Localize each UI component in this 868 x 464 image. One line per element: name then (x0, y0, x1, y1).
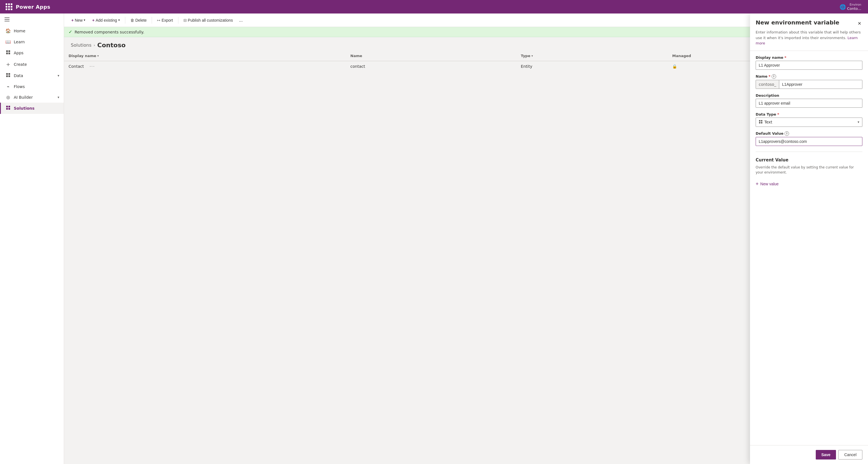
ai-builder-chevron-icon: ▾ (58, 95, 59, 99)
svg-rect-8 (6, 106, 8, 108)
col-name-label: Name (350, 54, 362, 58)
app-title: Power Apps (16, 4, 50, 10)
sidebar-item-ai-builder[interactable]: ◎ AI Builder ▾ (0, 92, 64, 103)
section-divider (756, 151, 862, 152)
publish-icon: ⊟ (183, 18, 187, 23)
top-header: Power Apps 🌐 Environ Conto... (0, 0, 868, 13)
breadcrumb-parent[interactable]: Solutions (71, 42, 92, 48)
new-value-button[interactable]: + New value (756, 179, 862, 189)
panel-body: Display name * Name * i contoso_ (750, 51, 868, 445)
display-name-input[interactable] (756, 61, 862, 70)
more-dots-icon: ... (239, 18, 243, 23)
name-info-icon[interactable]: i (772, 74, 776, 79)
col-managed-label: Managed (672, 54, 691, 58)
description-input[interactable] (756, 99, 862, 108)
sidebar-item-data[interactable]: Data ▾ (0, 70, 64, 81)
waffle-menu[interactable] (4, 2, 13, 11)
success-message: Removed components successfully. (74, 30, 144, 34)
globe-icon[interactable]: 🌐 (838, 2, 847, 11)
default-value-label: Default Value i (756, 131, 862, 136)
environment-info[interactable]: Environ Conto... (847, 3, 862, 11)
add-existing-chevron-icon: ▾ (118, 18, 120, 22)
row-more-icon[interactable]: ··· (90, 64, 95, 68)
default-value-label-text: Default Value (756, 131, 783, 136)
sort-icon: ▾ (97, 54, 99, 57)
name-input-group: contoso_ (756, 80, 862, 89)
new-plus-icon: + (71, 18, 73, 23)
delete-button[interactable]: 🗑 Delete (127, 16, 150, 24)
more-options-button[interactable]: ... (237, 16, 245, 25)
default-value-info-icon[interactable]: i (784, 131, 789, 136)
sidebar-item-apps[interactable]: Apps (0, 47, 64, 58)
delete-trash-icon: 🗑 (130, 18, 134, 23)
export-label: Export (161, 18, 173, 23)
name-input[interactable] (779, 80, 862, 89)
home-icon: 🏠 (5, 28, 11, 33)
name-prefix: contoso_ (756, 80, 779, 89)
panel-footer: Save Cancel (750, 445, 868, 464)
name-label-text: Name (756, 74, 768, 79)
env-name: Conto... (847, 6, 862, 11)
svg-rect-0 (6, 50, 8, 52)
data-chevron-icon: ▾ (58, 74, 59, 78)
cancel-button[interactable]: Cancel (838, 450, 862, 460)
lock-icon: 🔒 (672, 64, 677, 68)
svg-rect-13 (761, 120, 763, 121)
col-type: Type ▾ (516, 51, 668, 61)
table-header-row: Display name ▾ Name Type ▾ (64, 51, 868, 61)
description-label: Description (756, 93, 862, 97)
panel-header: New environment variable ✕ (750, 13, 868, 27)
solutions-icon (5, 106, 11, 111)
sidebar-item-label-ai-builder: AI Builder (14, 95, 33, 99)
learn-icon: 📖 (5, 39, 11, 45)
content-area: + New ▾ + Add existing ▾ 🗑 Delete ↦ Expo… (64, 13, 868, 464)
sidebar: 🏠 Home 📖 Learn (0, 13, 64, 464)
default-value-input[interactable] (756, 137, 862, 146)
data-type-chevron-icon: ▾ (858, 120, 859, 124)
type-sort-icon: ▾ (531, 54, 533, 57)
data-type-label-text: Data Type (756, 112, 776, 116)
name-field-group: Name * i contoso_ (756, 74, 862, 89)
row-type: Entity (521, 64, 532, 68)
current-value-description: Override the default value by setting th… (756, 165, 862, 175)
sidebar-item-flows[interactable]: ⌁ Flows (0, 81, 64, 92)
add-existing-label: Add existing (95, 18, 117, 23)
data-type-required: * (777, 112, 779, 116)
sidebar-item-label-solutions: Solutions (14, 106, 35, 111)
add-existing-button[interactable]: + Add existing ▾ (89, 16, 122, 24)
save-button[interactable]: Save (816, 450, 836, 460)
success-banner: ✓ Removed components successfully. (64, 27, 868, 37)
table-header: Display name ▾ Name Type ▾ (64, 51, 868, 61)
sidebar-item-learn[interactable]: 📖 Learn (0, 36, 64, 47)
svg-rect-14 (759, 122, 761, 123)
export-button[interactable]: ↦ Export (154, 16, 176, 24)
data-type-field-group: Data Type * Text ▾ (756, 112, 862, 127)
new-button[interactable]: + New ▾ (68, 16, 88, 24)
main-layout: 🏠 Home 📖 Learn (0, 13, 868, 464)
display-name-field-group: Display name * (756, 55, 862, 70)
data-icon (5, 73, 11, 79)
col-display-name: Display name ▾ (64, 51, 346, 61)
publish-button[interactable]: ⊟ Publish all customizations (181, 16, 236, 24)
add-existing-plus-icon: + (92, 18, 94, 23)
solutions-table: Display name ▾ Name Type ▾ (64, 51, 868, 72)
breadcrumb-chevron-icon: › (94, 43, 95, 47)
sidebar-toggle[interactable] (0, 13, 64, 25)
cell-type: Entity (516, 61, 668, 72)
sidebar-item-label-apps: Apps (14, 51, 24, 55)
sidebar-item-create[interactable]: + Create (0, 58, 64, 70)
panel-close-button[interactable]: ✕ (857, 20, 862, 27)
env-label: Environ (850, 3, 861, 6)
display-name-label-text: Display name (756, 55, 783, 60)
data-type-select[interactable]: Text ▾ (756, 118, 862, 127)
sidebar-item-label-data: Data (14, 74, 23, 78)
new-value-plus-icon: + (756, 181, 759, 187)
svg-rect-7 (8, 75, 10, 77)
sidebar-item-label-learn: Learn (14, 40, 25, 44)
sidebar-item-home[interactable]: 🏠 Home (0, 25, 64, 36)
table-row[interactable]: Contact ··· contact Entity 🔒 (64, 61, 868, 72)
col-display-name-label: Display name (68, 54, 96, 58)
waffle-icon (6, 3, 12, 10)
svg-rect-5 (8, 73, 10, 75)
sidebar-item-solutions[interactable]: Solutions (0, 103, 64, 114)
